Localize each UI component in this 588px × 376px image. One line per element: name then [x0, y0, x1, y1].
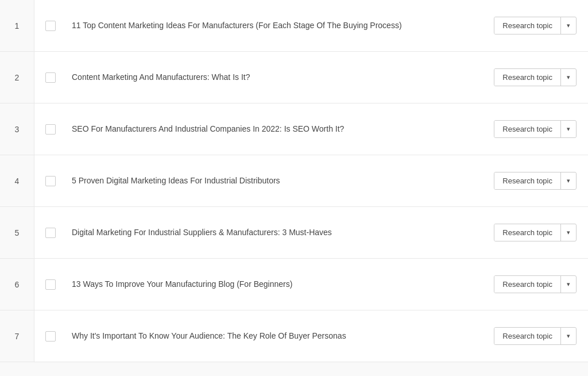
row-checkbox-7[interactable] [34, 331, 66, 342]
checkbox-input-2[interactable] [45, 72, 56, 83]
research-topic-label-3[interactable]: Research topic [494, 121, 561, 137]
table-row: 5 Digital Marketing For Industrial Suppl… [0, 207, 588, 259]
research-topic-label-7[interactable]: Research topic [494, 328, 561, 344]
row-title-5: Digital Marketing For Industrial Supplie… [66, 218, 473, 247]
research-topic-dropdown-arrow-4[interactable]: ▾ [561, 173, 576, 189]
row-number-3: 3 [0, 103, 34, 155]
research-topic-label-5[interactable]: Research topic [494, 224, 561, 241]
checkbox-input-3[interactable] [45, 124, 56, 135]
table-row: 1 11 Top Content Marketing Ideas For Man… [0, 0, 588, 52]
row-number-1: 1 [0, 0, 34, 51]
row-action-4: Research topic ▾ [473, 172, 588, 190]
row-action-3: Research topic ▾ [473, 120, 588, 138]
row-checkbox-3[interactable] [34, 124, 66, 135]
row-checkbox-6[interactable] [34, 279, 66, 290]
research-topic-dropdown-arrow-7[interactable]: ▾ [561, 328, 576, 344]
row-action-7: Research topic ▾ [473, 327, 588, 345]
row-title-1: 11 Top Content Marketing Ideas For Manuf… [66, 11, 473, 40]
row-number-4: 4 [0, 155, 34, 206]
research-topic-label-4[interactable]: Research topic [494, 172, 561, 189]
research-topic-label-2[interactable]: Research topic [494, 69, 561, 86]
table-row: 6 13 Ways To Improve Your Manufacturing … [0, 259, 588, 310]
research-topic-button-3[interactable]: Research topic ▾ [494, 120, 577, 138]
row-action-5: Research topic ▾ [473, 224, 588, 241]
table-row: 2 Content Marketing And Manufacturers: W… [0, 52, 588, 103]
row-action-1: Research topic ▾ [473, 17, 588, 34]
row-action-2: Research topic ▾ [473, 68, 588, 86]
research-topic-dropdown-arrow-5[interactable]: ▾ [561, 225, 576, 240]
row-number-6: 6 [0, 259, 34, 310]
table-row: 4 5 Proven Digital Marketing Ideas For I… [0, 155, 588, 207]
row-checkbox-5[interactable] [34, 228, 66, 238]
checkbox-input-7[interactable] [45, 331, 56, 342]
research-topic-dropdown-arrow-2[interactable]: ▾ [561, 70, 576, 85]
research-topic-button-7[interactable]: Research topic ▾ [494, 327, 577, 345]
checkbox-input-5[interactable] [45, 228, 56, 238]
checkbox-input-6[interactable] [45, 279, 56, 290]
row-checkbox-4[interactable] [34, 176, 66, 186]
row-number-7: 7 [0, 310, 34, 362]
research-topic-dropdown-arrow-3[interactable]: ▾ [561, 121, 576, 137]
row-number-5: 5 [0, 207, 34, 258]
table-row: 3 SEO For Manufacturers And Industrial C… [0, 103, 588, 155]
row-action-6: Research topic ▾ [473, 275, 588, 293]
checkbox-input-1[interactable] [45, 21, 56, 31]
research-topic-button-1[interactable]: Research topic ▾ [494, 17, 577, 34]
row-title-4: 5 Proven Digital Marketing Ideas For Ind… [66, 167, 473, 195]
row-title-6: 13 Ways To Improve Your Manufacturing Bl… [66, 270, 473, 299]
research-topic-dropdown-arrow-1[interactable]: ▾ [561, 18, 576, 33]
row-title-3: SEO For Manufacturers And Industrial Com… [66, 115, 473, 144]
row-number-2: 2 [0, 52, 34, 103]
row-title-7: Why It's Important To Know Your Audience… [66, 322, 473, 351]
research-topic-button-4[interactable]: Research topic ▾ [494, 172, 577, 190]
research-topic-label-6[interactable]: Research topic [494, 276, 561, 293]
row-checkbox-1[interactable] [34, 21, 66, 31]
research-topic-dropdown-arrow-6[interactable]: ▾ [561, 277, 576, 292]
research-topic-button-2[interactable]: Research topic ▾ [494, 68, 577, 86]
row-checkbox-2[interactable] [34, 72, 66, 83]
research-topic-button-5[interactable]: Research topic ▾ [494, 224, 577, 241]
table-row: 7 Why It's Important To Know Your Audien… [0, 310, 588, 362]
research-topic-button-6[interactable]: Research topic ▾ [494, 275, 577, 293]
row-title-2: Content Marketing And Manufacturers: Wha… [66, 63, 473, 92]
research-topic-label-1[interactable]: Research topic [494, 17, 561, 34]
results-list: 1 11 Top Content Marketing Ideas For Man… [0, 0, 588, 362]
checkbox-input-4[interactable] [45, 176, 56, 186]
